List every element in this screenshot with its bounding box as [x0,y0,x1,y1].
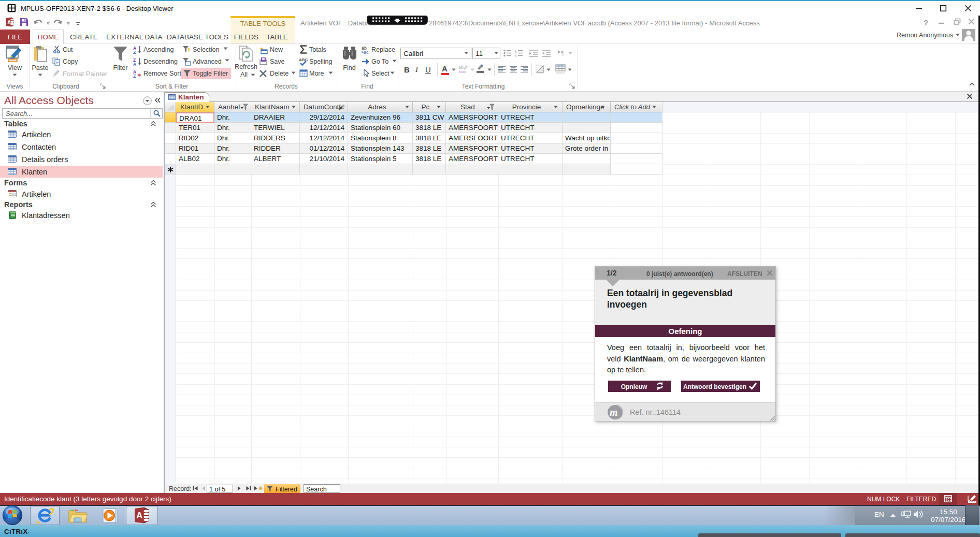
svg-text:3: 3 [515,54,516,57]
svg-text:ac: ac [364,50,369,54]
svg-text:ABC: ABC [299,57,308,62]
svg-text:ab: ab [458,65,464,70]
svg-text:Z: Z [133,50,136,54]
svg-text:A: A [136,511,142,520]
svg-text:¶: ¶ [561,50,564,56]
svg-text:A: A [133,62,136,66]
svg-text:Z: Z [133,74,136,78]
svg-text:m: m [610,407,618,418]
svg-text:A: A [7,20,11,25]
